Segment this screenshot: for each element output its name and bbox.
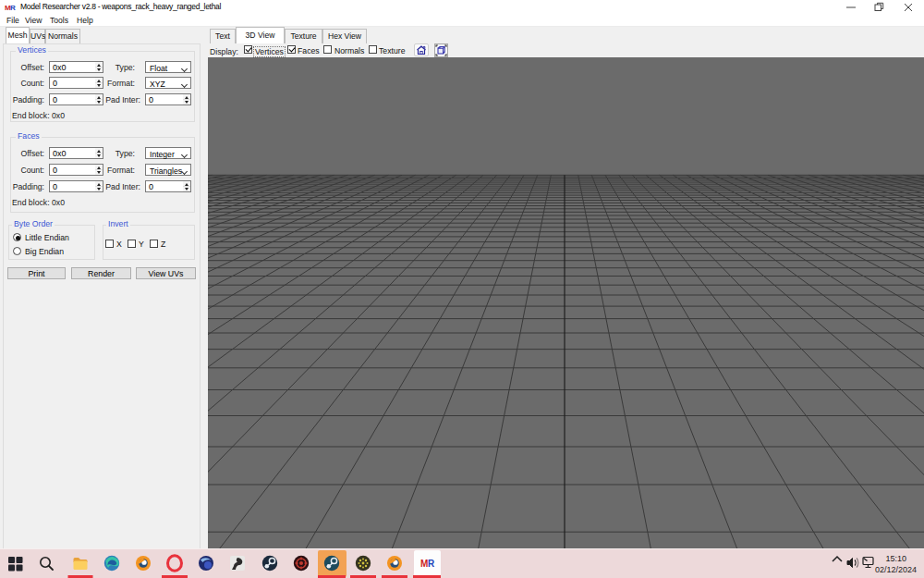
svg-text:02/12/2024: 02/12/2024 — [875, 565, 917, 574]
svg-text:15:10: 15:10 — [885, 554, 906, 563]
svg-text:R: R — [428, 559, 435, 569]
